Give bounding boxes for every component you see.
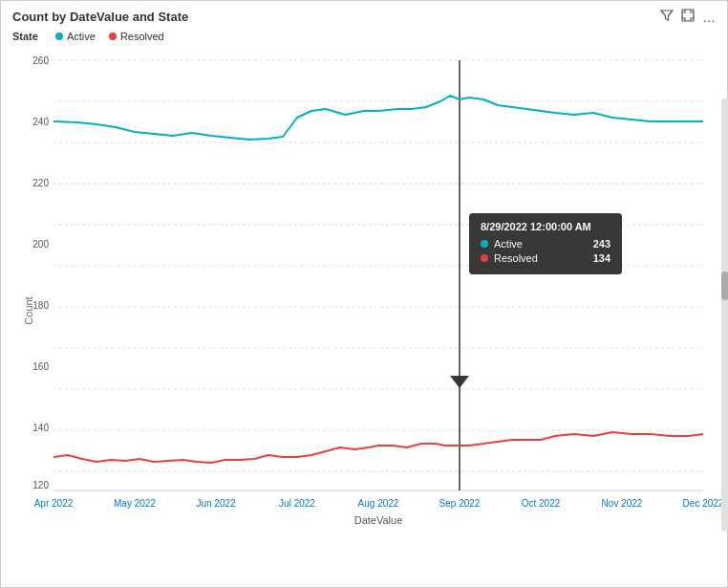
svg-text:200: 200 bbox=[32, 239, 49, 250]
svg-text:Jun 2022: Jun 2022 bbox=[196, 498, 236, 509]
scrollbar-thumb[interactable] bbox=[721, 272, 728, 300]
svg-text:240: 240 bbox=[32, 117, 49, 127]
svg-text:Sep 2022: Sep 2022 bbox=[439, 498, 481, 509]
legend-active-dot bbox=[55, 33, 63, 40]
legend-active-label: Active bbox=[67, 31, 96, 42]
svg-text:DateValue: DateValue bbox=[354, 514, 403, 526]
svg-text:Dec 2022: Dec 2022 bbox=[683, 498, 724, 509]
chart-legend: State Active Resolved bbox=[1, 29, 727, 46]
svg-text:220: 220 bbox=[32, 178, 49, 188]
svg-text:180: 180 bbox=[32, 300, 49, 311]
chart-container: Count by DateValue and State … State Act… bbox=[0, 0, 728, 588]
svg-marker-32 bbox=[450, 376, 469, 388]
more-icon[interactable]: … bbox=[702, 10, 716, 25]
chart-header: Count by DateValue and State … bbox=[1, 1, 727, 29]
expand-icon[interactable] bbox=[681, 9, 695, 25]
y-axis-label: Count bbox=[23, 296, 34, 324]
chart-icons: … bbox=[660, 9, 716, 25]
svg-text:Nov 2022: Nov 2022 bbox=[602, 498, 643, 509]
svg-text:May 2022: May 2022 bbox=[114, 498, 156, 509]
svg-text:Apr 2022: Apr 2022 bbox=[34, 498, 74, 509]
scrollbar[interactable] bbox=[721, 98, 728, 532]
chart-title: Count by DateValue and State bbox=[12, 10, 188, 24]
svg-text:Aug 2022: Aug 2022 bbox=[358, 498, 399, 509]
legend-active-item: Active bbox=[55, 31, 96, 42]
filter-icon[interactable] bbox=[660, 9, 674, 25]
chart-svg: 260 240 220 200 180 160 140 120 Apr 2022… bbox=[1, 46, 728, 534]
legend-resolved-dot bbox=[109, 33, 117, 40]
legend-resolved-item: Resolved bbox=[109, 31, 164, 42]
legend-resolved-label: Resolved bbox=[120, 31, 164, 42]
svg-text:140: 140 bbox=[32, 423, 49, 433]
svg-text:120: 120 bbox=[32, 480, 49, 490]
svg-text:160: 160 bbox=[32, 361, 49, 372]
svg-text:Oct 2022: Oct 2022 bbox=[522, 498, 561, 509]
svg-text:260: 260 bbox=[32, 55, 49, 66]
legend-state-label: State bbox=[12, 31, 38, 42]
svg-rect-0 bbox=[682, 10, 694, 21]
svg-text:Jul 2022: Jul 2022 bbox=[279, 498, 315, 509]
